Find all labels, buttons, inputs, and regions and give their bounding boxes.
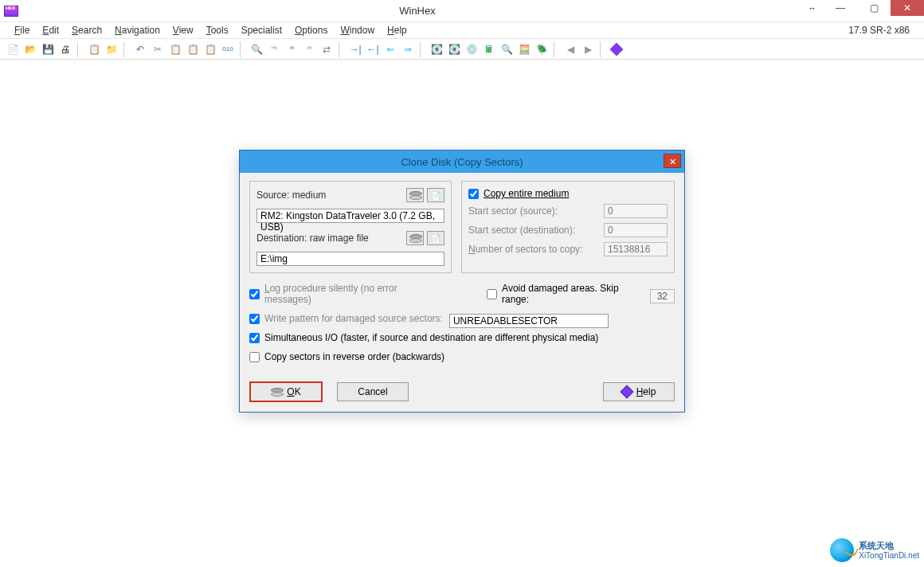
source-file-button[interactable]: 📄: [427, 188, 444, 202]
close-button[interactable]: ✕: [891, 0, 924, 16]
write-pattern-input[interactable]: [249, 314, 260, 324]
forward-icon[interactable]: ⇒: [400, 41, 416, 57]
resize-arrows-icon: ↔: [808, 3, 816, 13]
menu-window[interactable]: Window: [334, 23, 381, 37]
calculator-icon[interactable]: 🧮: [516, 41, 532, 57]
avoid-damaged-checkbox[interactable]: Avoid damaged areas. Skip range:: [487, 283, 644, 305]
dialog-titlebar: Clone Disk (Copy Sectors) ✕: [240, 151, 684, 173]
separator-icon: [123, 41, 128, 57]
toolbar: 📄 📂 💾 🖨 📋 📁 ↶ ✂ 📋 📋 📋 010 🔍 ᴴᴱ ᴬᴮ ᴬᴮ ⇄ →…: [0, 39, 924, 60]
copy-entire-input[interactable]: [468, 189, 479, 199]
script-icon[interactable]: 🪲: [534, 41, 550, 57]
start-dest-field: 0: [604, 223, 668, 237]
simultaneous-io-input[interactable]: [249, 333, 260, 343]
avoid-damaged-input[interactable]: [487, 289, 497, 299]
maximize-button[interactable]: ▢: [857, 0, 891, 16]
separator-icon: [600, 41, 605, 57]
help-icon[interactable]: [609, 41, 624, 57]
num-sectors-label: Number of sectors to copy:: [468, 244, 597, 255]
cut-icon[interactable]: ✂: [150, 41, 166, 57]
copy-icon[interactable]: 📋: [167, 41, 183, 57]
write-pattern-label: Write pattern for damaged source sectors…: [264, 313, 443, 324]
destination-field[interactable]: E:\img: [256, 252, 444, 266]
open-folder-icon[interactable]: 📂: [22, 41, 38, 57]
window-title: WinHex: [22, 5, 924, 17]
cancel-button[interactable]: Cancel: [337, 382, 409, 401]
copy-entire-checkbox[interactable]: Copy entire medium: [468, 188, 668, 199]
start-source-field: 0: [604, 204, 668, 218]
menu-file[interactable]: File: [8, 23, 36, 37]
disk-icon: [271, 388, 282, 396]
separator-icon: [339, 41, 343, 57]
reverse-order-input[interactable]: [249, 352, 260, 362]
pattern-field[interactable]: [449, 314, 609, 328]
open-disk-icon[interactable]: 💿: [464, 41, 480, 57]
log-silently-input[interactable]: [249, 289, 260, 299]
watermark-en: XiTongTianDi.net: [859, 551, 919, 560]
disk-icon: [409, 234, 421, 242]
menu-edit[interactable]: Edit: [36, 23, 65, 37]
help-button[interactable]: Help: [603, 382, 675, 401]
menu-help[interactable]: Help: [381, 23, 413, 37]
goto-icon[interactable]: →|: [347, 41, 363, 57]
separator-icon: [420, 41, 425, 57]
separator-icon: [77, 41, 82, 57]
clone-disk-dialog: Clone Disk (Copy Sectors) ✕ Source: medi…: [239, 150, 685, 413]
ok-button[interactable]: OK: [249, 381, 323, 402]
new-file-icon[interactable]: 📄: [5, 41, 21, 57]
log-silently-label: Log procedure silently (no error message…: [264, 283, 440, 305]
menu-search[interactable]: Search: [65, 23, 108, 37]
menu-navigation[interactable]: Navigation: [108, 23, 166, 37]
source-disk-button[interactable]: [406, 188, 424, 202]
separator-icon: [240, 41, 245, 57]
write-pattern-checkbox[interactable]: Write pattern for damaged source sectors…: [249, 313, 443, 324]
find-again-icon[interactable]: ᴬᴮ: [301, 41, 317, 57]
reverse-order-label: Copy sectors in reverse order (backwards…: [264, 351, 444, 362]
clipboard-icon[interactable]: 📋: [202, 41, 218, 57]
directory-icon[interactable]: 📁: [104, 41, 119, 57]
sector-range-panel: Copy entire medium Start sector (source)…: [461, 181, 675, 273]
replace-icon[interactable]: ⇄: [319, 41, 335, 57]
ram-viewer-icon[interactable]: 🖩: [481, 41, 497, 57]
find-hex-icon[interactable]: ᴴᴱ: [266, 41, 282, 57]
num-sectors-field: 15138816: [604, 242, 668, 256]
analyze-icon[interactable]: 🔍: [499, 41, 515, 57]
play-next-icon[interactable]: ▶: [580, 41, 596, 57]
help-diamond-icon: [620, 385, 633, 399]
dialog-close-button[interactable]: ✕: [664, 154, 681, 168]
minimize-button[interactable]: —: [824, 0, 857, 16]
destination-label: Destination: raw image file: [256, 233, 369, 244]
find-text-icon[interactable]: ᴬᴮ: [284, 41, 300, 57]
dialog-buttons: OK Cancel Help: [249, 375, 675, 402]
hex-icon: [4, 6, 18, 17]
separator-icon: [554, 41, 558, 57]
hex-view-icon[interactable]: 010: [220, 41, 236, 57]
properties-icon[interactable]: 📋: [86, 41, 102, 57]
menu-view[interactable]: View: [166, 23, 200, 37]
save-icon[interactable]: 💾: [40, 41, 56, 57]
log-silently-checkbox[interactable]: Log procedure silently (no error message…: [249, 283, 440, 305]
print-icon[interactable]: 🖨: [57, 41, 73, 57]
play-prev-icon[interactable]: ◀: [562, 41, 578, 57]
skip-range-field[interactable]: 32: [650, 289, 675, 303]
reverse-order-checkbox[interactable]: Copy sectors in reverse order (backwards…: [249, 351, 444, 362]
dest-file-button[interactable]: 📄: [427, 231, 444, 245]
source-field[interactable]: RM2: Kingston DataTraveler 3.0 (7.2 GB, …: [256, 209, 444, 223]
back-icon[interactable]: ⇐: [382, 41, 398, 57]
watermark-cn: 系统天地: [859, 541, 919, 550]
disk2-icon[interactable]: 💽: [446, 41, 462, 57]
paste-icon[interactable]: 📋: [185, 41, 201, 57]
undo-icon[interactable]: ↶: [132, 41, 148, 57]
menu-specialist[interactable]: Specialist: [235, 23, 288, 37]
find-icon[interactable]: 🔍: [249, 41, 264, 57]
disk-icon: [409, 191, 421, 199]
goto-back-icon[interactable]: ←|: [365, 41, 381, 57]
avoid-damaged-label: Avoid damaged areas. Skip range:: [502, 283, 644, 305]
simultaneous-io-checkbox[interactable]: Simultaneous I/O (faster, if source and …: [249, 332, 598, 343]
menu-options[interactable]: Options: [288, 23, 334, 37]
copy-entire-label: Copy entire medium: [484, 188, 569, 199]
watermark: 系统天地 XiTongTianDi.net: [830, 538, 919, 562]
menu-tools[interactable]: Tools: [200, 23, 235, 37]
dest-disk-button[interactable]: [406, 231, 424, 245]
disk1-icon[interactable]: 💽: [429, 41, 444, 57]
